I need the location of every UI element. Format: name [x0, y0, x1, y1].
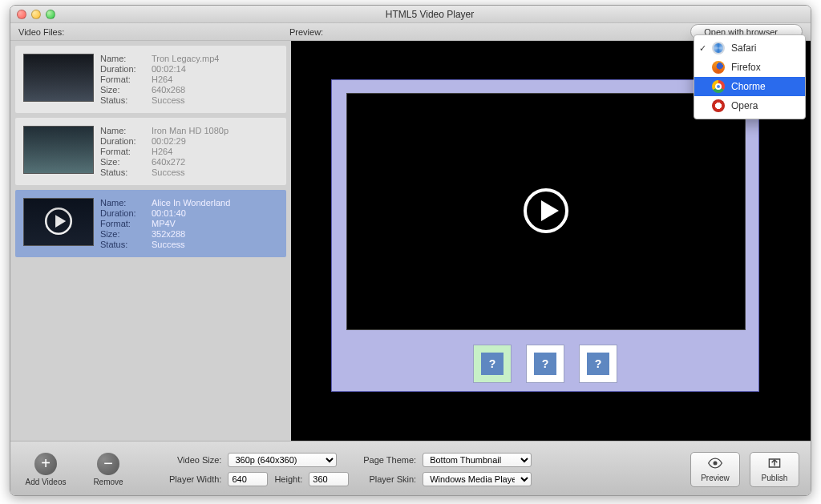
meta-value-name: Alice In Wonderland [152, 198, 230, 208]
thumbnail-item[interactable]: ? [526, 345, 564, 383]
window-controls [17, 10, 55, 19]
player-frame: ? ? ? [331, 79, 759, 392]
list-item[interactable]: Name: Alice In Wonderland Duration: 00:0… [15, 190, 286, 257]
player-width-label: Player Width: [169, 474, 221, 484]
minus-icon: − [97, 453, 119, 475]
plus-icon: + [34, 453, 57, 475]
meta-value-format: H264 [152, 75, 219, 84]
add-videos-label: Add Videos [26, 478, 67, 486]
meta-value-size: 640x268 [152, 85, 219, 95]
meta-label-duration: Duration: [100, 136, 147, 146]
file-thumbnail [23, 198, 94, 246]
meta-label-name: Name: [100, 126, 147, 135]
minimize-icon[interactable] [31, 10, 41, 19]
chrome-icon [712, 80, 725, 93]
browser-menu-item-label: Opera [731, 100, 758, 111]
eye-icon [707, 456, 723, 472]
safari-icon [712, 42, 725, 54]
video-size-select[interactable]: 360p (640x360) [228, 453, 337, 467]
thumbnail-item[interactable]: ? [579, 345, 617, 383]
svg-point-2 [46, 208, 71, 234]
meta-label-name: Name: [100, 54, 147, 63]
publish-icon [766, 456, 783, 472]
meta-value-size: 352x288 [152, 229, 230, 239]
meta-label-format: Format: [100, 75, 147, 84]
browser-menu-item-label: Chorme [731, 81, 766, 92]
meta-value-status: Success [152, 240, 230, 249]
browser-menu-item-safari[interactable]: Safari [694, 38, 805, 58]
player-width-input[interactable] [228, 472, 268, 486]
remove-label: Remove [93, 478, 123, 486]
firefox-icon [712, 61, 725, 74]
height-input[interactable] [309, 472, 349, 486]
meta-label-size: Size: [100, 229, 147, 239]
opera-icon [712, 99, 725, 112]
video-files-list[interactable]: Name: Tron Legacy.mp4 Duration: 00:02:14… [10, 41, 291, 441]
footer-toolbar: + Add Videos − Remove Video Size: 360p (… [10, 441, 811, 496]
meta-value-name: Tron Legacy.mp4 [152, 54, 219, 63]
thumbnail-item[interactable]: ? [473, 345, 512, 383]
meta-label-status: Status: [100, 167, 147, 177]
list-item[interactable]: Name: Iron Man HD 1080p Duration: 00:02:… [15, 118, 286, 185]
browser-menu-item-firefox[interactable]: Firefox [694, 58, 805, 77]
svg-marker-3 [55, 215, 66, 228]
titlebar: HTML5 Video Player [10, 6, 811, 23]
video-files-header: Video Files: [18, 27, 289, 37]
thumbnail-strip: ? ? ? [332, 345, 758, 383]
meta-label-status: Status: [100, 95, 147, 105]
thumb-placeholder-icon: ? [481, 353, 504, 375]
height-label: Height: [274, 474, 302, 484]
meta-label-size: Size: [100, 85, 147, 95]
meta-value-status: Success [152, 167, 229, 177]
player-skin-select[interactable]: Windows Media Player [423, 472, 532, 486]
meta-value-duration: 00:02:14 [152, 64, 219, 74]
meta-value-duration: 00:01:40 [152, 208, 230, 218]
meta-value-format: MP4V [152, 219, 230, 228]
settings-group-left: Video Size: 360p (640x360) Player Width:… [169, 453, 349, 486]
meta-label-format: Format: [100, 147, 147, 156]
play-icon[interactable] [520, 185, 572, 239]
right-actions: Preview Publish [690, 452, 799, 487]
remove-button[interactable]: − Remove [84, 453, 132, 486]
meta-label-name: Name: [100, 198, 147, 208]
player-skin-label: Player Skin: [363, 474, 416, 484]
svg-point-6 [714, 462, 718, 466]
main-area: Name: Tron Legacy.mp4 Duration: 00:02:14… [10, 41, 811, 441]
svg-marker-5 [541, 200, 559, 221]
browser-menu-item-opera[interactable]: Opera [694, 96, 805, 115]
page-theme-select[interactable]: Bottom Thumbnail [423, 453, 532, 467]
close-icon[interactable] [17, 10, 26, 19]
file-thumbnail [23, 126, 94, 174]
preview-button[interactable]: Preview [690, 452, 740, 487]
meta-label-status: Status: [100, 240, 147, 249]
settings-group-right: Page Theme: Bottom Thumbnail Player Skin… [363, 453, 532, 486]
add-videos-button[interactable]: + Add Videos [22, 453, 70, 486]
browser-menu-item-chrome[interactable]: Chorme [694, 77, 805, 96]
browser-menu-item-label: Firefox [731, 62, 761, 73]
meta-value-name: Iron Man HD 1080p [152, 126, 229, 135]
meta-label-format: Format: [100, 219, 147, 228]
meta-value-size: 640x272 [152, 157, 229, 167]
zoom-icon[interactable] [46, 10, 55, 19]
browser-menu: Safari Firefox Chorme Opera [694, 34, 806, 119]
header-row: Video Files: Preview: Open with browser [10, 23, 811, 41]
browser-menu-item-label: Safari [731, 42, 756, 54]
app-window: HTML5 Video Player Video Files: Preview:… [10, 5, 811, 496]
player-video[interactable] [346, 93, 746, 330]
meta-value-status: Success [152, 95, 219, 105]
page-theme-label: Page Theme: [363, 455, 416, 465]
thumb-placeholder-icon: ? [587, 353, 609, 375]
video-size-label: Video Size: [169, 455, 221, 465]
list-item[interactable]: Name: Tron Legacy.mp4 Duration: 00:02:14… [15, 46, 286, 113]
preview-button-label: Preview [701, 474, 730, 482]
publish-button[interactable]: Publish [750, 452, 799, 487]
meta-label-duration: Duration: [100, 208, 147, 218]
window-title: HTML5 Video Player [55, 9, 804, 20]
publish-button-label: Publish [762, 474, 788, 482]
preview-header: Preview: [289, 27, 323, 37]
thumb-placeholder-icon: ? [534, 353, 556, 375]
meta-value-format: H264 [152, 147, 229, 156]
meta-label-size: Size: [100, 157, 147, 167]
file-thumbnail [23, 54, 94, 102]
meta-value-duration: 00:02:29 [152, 136, 229, 146]
